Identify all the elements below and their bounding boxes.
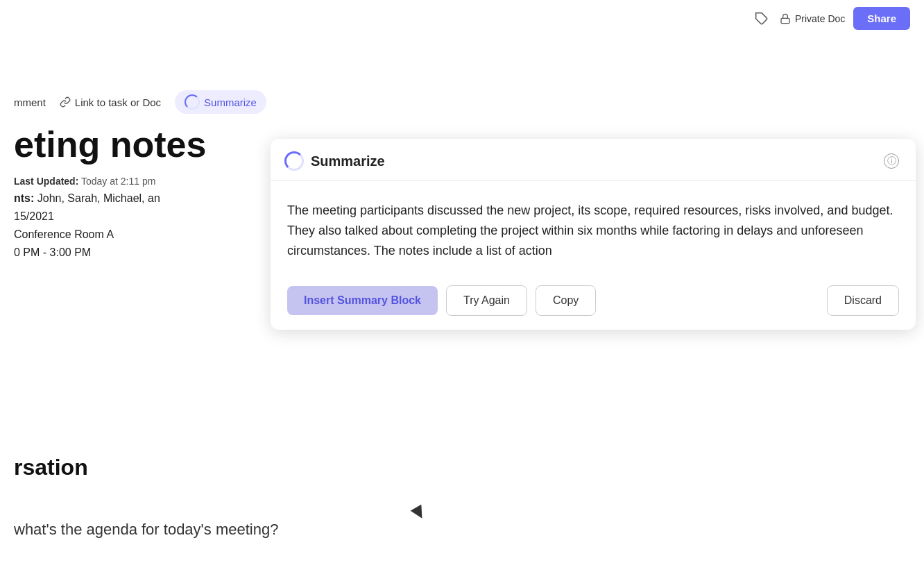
summarize-panel: Summarize ⓘ The meeting participants dis… [271, 139, 916, 330]
discard-button[interactable]: Discard [827, 285, 899, 316]
try-again-button[interactable]: Try Again [446, 285, 527, 316]
participants-field: nts: John, Sarah, Michael, an [14, 192, 206, 205]
svg-rect-1 [781, 18, 789, 23]
comment-toolbar-item[interactable]: mment [14, 96, 46, 108]
last-updated-value: Today at 2:11 pm [81, 176, 155, 187]
panel-body: The meeting participants discussed the n… [271, 181, 916, 274]
private-doc-label: Private Doc [780, 13, 845, 24]
participants-label: nts: [14, 192, 34, 204]
date-value: 15/2021 [14, 210, 54, 222]
tag-icon[interactable] [752, 9, 771, 28]
summary-text: The meeting participants discussed the n… [287, 201, 899, 260]
info-icon[interactable]: ⓘ [884, 153, 899, 169]
toolbar-row: mment Link to task or Doc Summarize [0, 90, 280, 114]
panel-header-left: Summarize [284, 151, 385, 171]
link-icon [60, 96, 71, 108]
location-field: Conference Room A [14, 228, 206, 241]
link-toolbar-item[interactable]: Link to task or Doc [60, 96, 161, 108]
top-bar: Private Doc Share [738, 0, 924, 37]
doc-last-updated: Last Updated: Today at 2:11 pm [14, 176, 206, 187]
time-value: 0 PM - 3:00 PM [14, 246, 91, 258]
link-label: Link to task or Doc [75, 96, 161, 108]
summarize-label: Summarize [204, 96, 257, 108]
section-question: what's the agenda for today's meeting? [0, 521, 292, 539]
participants-value: John, Sarah, Michael, an [37, 192, 160, 204]
comment-label: mment [14, 96, 46, 108]
time-field: 0 PM - 3:00 PM [14, 246, 206, 259]
doc-content: eting notes Last Updated: Today at 2:11 … [0, 125, 220, 259]
panel-ai-icon [284, 151, 304, 171]
doc-title: eting notes [14, 125, 206, 165]
copy-button[interactable]: Copy [536, 285, 596, 316]
panel-header: Summarize ⓘ [271, 139, 916, 181]
share-button[interactable]: Share [853, 7, 910, 30]
date-field: 15/2021 [14, 210, 206, 223]
insert-summary-button[interactable]: Insert Summary Block [287, 286, 438, 315]
mouse-cursor [411, 505, 428, 522]
lock-icon [780, 13, 791, 24]
panel-footer: Insert Summary Block Try Again Copy Disc… [271, 274, 916, 330]
section-heading: rsation [0, 455, 102, 480]
summarize-toolbar-item[interactable]: Summarize [175, 90, 266, 114]
last-updated-label: Last Updated: [14, 176, 78, 187]
summarize-ai-icon [185, 94, 200, 110]
location-value: Conference Room A [14, 228, 114, 240]
panel-title: Summarize [311, 153, 385, 169]
